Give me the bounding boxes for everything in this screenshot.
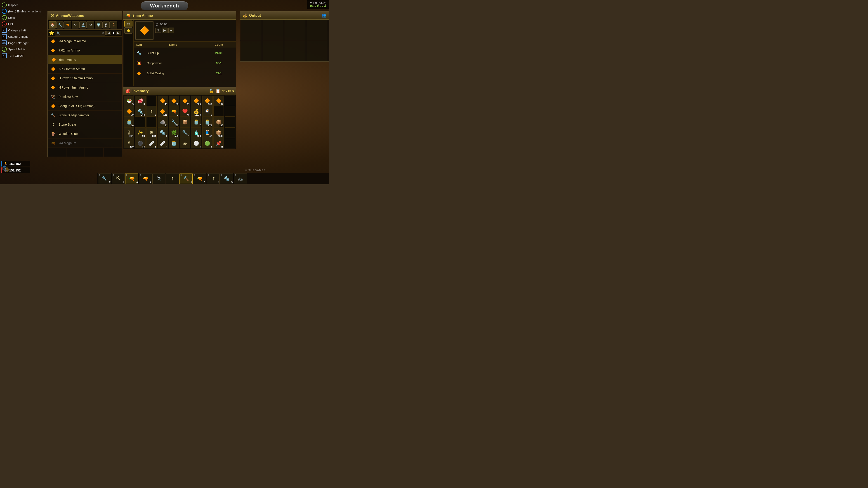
inv-slot[interactable]: ⚙804: [146, 127, 157, 138]
weapon-item-44mag-ammo[interactable]: 🔶 .44 Magnum Ammo: [48, 37, 122, 46]
toolbar-slot-4[interactable]: ⚙ 🔫 4: [139, 173, 152, 184]
inv-slot[interactable]: 🍳6: [202, 106, 213, 117]
output-slot-6[interactable]: [263, 41, 283, 61]
inv-slot[interactable]: 🔫1: [168, 106, 179, 117]
weapon-item-wooden-club[interactable]: 🪵 Wooden Club: [48, 129, 122, 138]
item-tab-favorite[interactable]: ⭐: [124, 27, 132, 34]
inv-slot[interactable]: 🏍: [180, 138, 190, 149]
cat-tab-science[interactable]: 🔬: [79, 21, 87, 29]
slot-icon: ⚙: [149, 130, 153, 135]
actions-label: actions: [32, 10, 41, 13]
craft-play-btn[interactable]: ▶: [162, 28, 167, 33]
cat-tab-settings[interactable]: ⚙: [87, 21, 94, 29]
output-slot-2[interactable]: [263, 20, 283, 40]
category-right-icon: R1: [2, 34, 7, 39]
page-lr-label: Page Left/Right: [8, 41, 29, 45]
inv-slot[interactable]: 🔶121: [158, 106, 168, 117]
sort-icon[interactable]: 📋: [215, 89, 220, 94]
search-clear-btn[interactable]: ✕: [101, 31, 104, 35]
weapon-item-hipower762-ammo[interactable]: 🔶 HiPower 7.62mm Ammo: [48, 74, 122, 83]
weapon-item-stone-spear[interactable]: 🗡 Stone Spear: [48, 120, 122, 129]
weapon-item-762-ammo[interactable]: 🔶 7.62mm Ammo: [48, 46, 122, 55]
inv-slot[interactable]: 🛢309: [124, 138, 134, 149]
inv-slot[interactable]: 🔶300: [191, 96, 202, 106]
inv-slot[interactable]: ⚪8: [191, 138, 202, 149]
inv-slot[interactable]: 🫙: [168, 138, 179, 149]
toolbar-slot-3[interactable]: ⚙ 🔫 4: [125, 173, 138, 184]
inv-slot[interactable]: 🥗5: [124, 96, 134, 106]
cat-tab-clothes[interactable]: 👕: [95, 21, 102, 29]
inv-slot[interactable]: 📦: [180, 117, 190, 127]
inv-slot[interactable]: 🔶150: [168, 96, 179, 106]
toolbar-slot-1[interactable]: ⚙ 🔧 2: [98, 173, 111, 184]
inv-slot[interactable]: ⚫85: [135, 138, 146, 149]
inv-slot[interactable]: 🔩1: [158, 127, 168, 138]
timer-value: 00:03: [160, 23, 167, 26]
weapon-item-stone-sledgehammer[interactable]: 🔨 Stone Sledgehammer: [48, 111, 122, 120]
craft-end-btn[interactable]: ⏭: [168, 28, 174, 33]
inv-slot[interactable]: 💰11713: [191, 106, 202, 117]
cat-tab-furniture[interactable]: 🪑: [110, 21, 117, 29]
cat-tab-gun[interactable]: 🔫: [64, 21, 71, 29]
inv-slot[interactable]: 🔶187: [213, 96, 224, 106]
inv-slot[interactable]: 🥩3: [135, 96, 146, 106]
toolbar-slot-7[interactable]: ⚙ 🔨 1: [180, 173, 193, 184]
inv-slot[interactable]: 📦138: [213, 117, 224, 127]
favorite-filter-btn[interactable]: ⭐: [49, 31, 54, 35]
item-tab-craft[interactable]: ⚒: [124, 21, 132, 27]
bullet-casing-name: Bullet Casing: [145, 68, 202, 78]
inv-slot[interactable]: 🩹5: [146, 138, 157, 149]
cat-tab-tools[interactable]: 🔧: [56, 21, 64, 29]
cat-tab-home[interactable]: 🏠: [49, 21, 56, 29]
inv-slot[interactable]: ✨90: [135, 127, 146, 138]
cat-tab-food[interactable]: 🍴: [102, 21, 110, 29]
weapon-item-shotgun-ap-slug[interactable]: 🔶 Shotgun AP Slug (Ammo): [48, 101, 122, 111]
page-next-btn[interactable]: ▶: [116, 31, 121, 35]
toolbar-slot-11[interactable]: ⚙ 🚲: [234, 173, 247, 184]
inv-slot[interactable]: 🪨24: [158, 117, 168, 127]
toolbar-slot-5[interactable]: 🔭: [152, 173, 165, 184]
weapon-item-hipower9mm-ammo[interactable]: 🔶 HiPower 9mm Ammo: [48, 83, 122, 92]
inv-slot[interactable]: 🗡5: [146, 106, 157, 117]
inv-slot[interactable]: 🔶46: [158, 96, 168, 106]
inv-slot[interactable]: 🌿550: [168, 127, 179, 138]
inv-slot[interactable]: 🧴483: [191, 127, 202, 138]
toolbar-slot-2[interactable]: ⚙ ⛏ 2: [112, 173, 125, 184]
output-slot-1[interactable]: [241, 20, 261, 40]
search-input[interactable]: [60, 31, 101, 35]
lock-icon[interactable]: 🔒: [209, 89, 214, 94]
output-slot-8[interactable]: [307, 41, 327, 61]
toolbar-slot-9[interactable]: ⚙ 🗡 5: [207, 173, 220, 184]
output-slot-5[interactable]: [241, 41, 261, 61]
inspect-label: Inspect: [8, 3, 18, 7]
inv-slot[interactable]: ❤️48: [180, 106, 190, 117]
inv-slot[interactable]: 🛢1631: [124, 127, 134, 138]
weapon-item-ap762-ammo[interactable]: 🔶 AP 7.62mm Ammo: [48, 64, 122, 74]
inv-slot[interactable]: 🔩243: [135, 106, 146, 117]
inv-slot[interactable]: 📦1690: [213, 127, 224, 138]
inv-slot[interactable]: 🔶300: [202, 96, 213, 106]
page-prev-btn[interactable]: ◀: [106, 31, 111, 35]
weapon-item-9mm-ammo[interactable]: 🔶 9mm Ammo: [48, 55, 122, 64]
weapon-name: .44 Magnum Ammo: [59, 39, 120, 43]
inv-slot[interactable]: 🫙10: [124, 117, 134, 127]
inv-slot[interactable]: 🫙873: [202, 117, 213, 127]
inv-slot[interactable]: 📌31: [213, 138, 224, 149]
output-slot-3[interactable]: [285, 20, 305, 40]
toolbar-slot-10[interactable]: ⚙ 🔩 5: [220, 173, 233, 184]
cat-tab-gear[interactable]: ⚙: [72, 21, 79, 29]
output-slot-7[interactable]: [285, 41, 305, 61]
weapon-item-primitive-bow[interactable]: 🏹 Primitive Bow: [48, 92, 122, 101]
inv-slot[interactable]: 🔧1: [180, 127, 190, 138]
weapon-item-44-magnum[interactable]: 🔫 .44 Magnum: [48, 138, 122, 148]
toolbar-slot-8[interactable]: ⚙ 🔫 1: [193, 173, 206, 184]
inv-slot[interactable]: 🔧50: [168, 117, 179, 127]
output-slot-4[interactable]: [307, 20, 327, 40]
inv-slot[interactable]: 🔶69: [180, 96, 190, 106]
toolbar-slot-6[interactable]: 🗡: [166, 173, 179, 184]
inv-slot[interactable]: 🟢6: [202, 138, 213, 149]
inv-slot[interactable]: 🫙7: [191, 117, 202, 127]
inv-slot[interactable]: 🔶79: [124, 106, 134, 117]
inv-slot[interactable]: 🧵42: [202, 127, 213, 138]
inv-slot[interactable]: 🩹4: [158, 138, 168, 149]
